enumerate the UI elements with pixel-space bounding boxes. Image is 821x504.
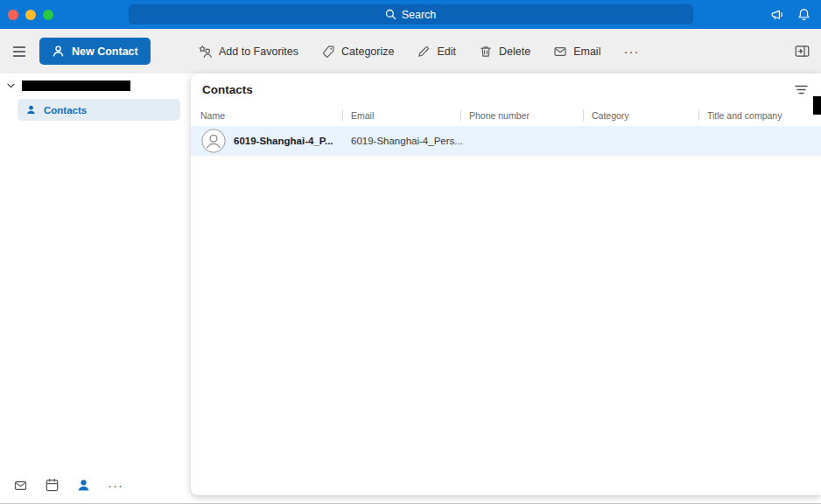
sidebar-footer: ··· [13,478,123,493]
envelope-icon [553,45,567,59]
megaphone-icon [770,8,785,22]
contacts-person-icon [25,104,37,116]
email-label: Email [573,46,600,58]
announcements-button[interactable] [770,8,785,22]
panel-toggle-icon [795,45,810,58]
people-icon [76,478,91,493]
filter-icon [795,85,808,94]
toolbar-actions: Add to Favorites Categorize Edit Delete … [198,45,639,59]
search-placeholder: Search [402,9,437,21]
contact-email: 6019-Shanghai-4_Pers... [351,136,463,146]
pencil-icon [417,45,431,59]
trash-icon [479,45,493,59]
column-header-category[interactable]: Category [583,110,698,121]
zoom-button[interactable] [43,10,53,20]
titlebar: Search [0,0,821,29]
sidebar-item-label: Contacts [44,105,87,116]
search-icon [385,9,396,20]
delete-label: Delete [499,46,530,58]
mail-icon [13,479,28,493]
person-icon [52,45,65,58]
edit-button[interactable]: Edit [417,45,456,59]
page-title: Contacts [202,83,253,96]
email-button[interactable]: Email [553,45,600,59]
bell-icon [797,8,810,22]
open-pane-button[interactable] [795,45,810,58]
contacts-panel: Contacts Name Email Phone number Categor… [191,74,821,495]
chevron-down-icon [7,83,15,88]
add-to-favorites-button[interactable]: Add to Favorites [198,45,298,59]
edit-label: Edit [437,46,456,58]
app-body: Contacts ··· Contacts [0,74,821,503]
new-contact-label: New Contact [72,46,138,58]
column-header-title-company[interactable]: Title and company [698,110,821,121]
mail-nav-button[interactable] [13,479,28,493]
column-header-email[interactable]: Email [342,110,460,121]
calendar-icon [45,478,60,493]
delete-button[interactable]: Delete [479,45,530,59]
calendar-nav-button[interactable] [45,478,60,493]
minimize-button[interactable] [25,10,36,20]
redaction-bar [813,96,821,115]
tag-icon [321,45,335,59]
add-to-favorites-label: Add to Favorites [219,46,298,58]
new-contact-button[interactable]: New Contact [39,38,151,65]
categorize-button[interactable]: Categorize [321,45,394,59]
avatar [201,129,226,153]
redacted-account-name [22,80,130,91]
contact-name-cell: 6019-Shanghai-4_P... [191,129,342,153]
toolbar: New Contact Add to Favorites Categorize … [0,29,821,74]
table-header: Name Email Phone number Category Title a… [191,105,821,126]
notifications-button[interactable] [797,8,810,22]
more-actions-button[interactable]: ··· [623,47,639,56]
account-row[interactable] [7,79,191,93]
table-row[interactable]: 6019-Shanghai-4_P... 6019-Shanghai-4_Per… [191,126,821,156]
column-header-phone[interactable]: Phone number [460,110,583,121]
people-nav-button[interactable] [76,478,91,493]
hamburger-icon [12,46,26,58]
search-input[interactable]: Search [129,4,693,24]
content-header: Contacts [191,74,821,105]
close-button[interactable] [8,10,18,20]
traffic-lights [8,0,53,29]
contact-name: 6019-Shanghai-4_P... [234,136,333,146]
column-header-name[interactable]: Name [191,110,342,121]
sidebar: Contacts ··· [0,74,191,503]
hamburger-menu-button[interactable] [9,42,30,61]
toolbar-left: New Contact [0,38,191,65]
more-horizontal-icon: ··· [623,47,639,56]
titlebar-actions [770,8,810,22]
filter-button[interactable] [795,85,808,94]
outlook-window: Search New Contact Add to Favorites [0,0,821,504]
sidebar-item-contacts[interactable]: Contacts [18,99,180,121]
contact-email-cell: 6019-Shanghai-4_Pers... [342,136,465,146]
favorite-person-icon [198,45,213,59]
more-horizontal-icon: ··· [108,481,123,490]
more-apps-button[interactable]: ··· [108,481,123,490]
categorize-label: Categorize [341,46,394,58]
